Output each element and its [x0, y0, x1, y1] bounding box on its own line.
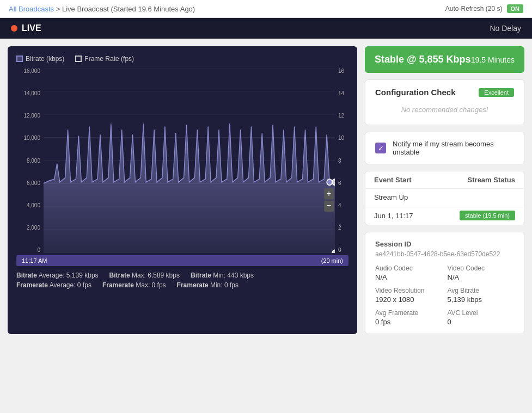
auto-refresh-label: Auto-Refresh (20 s): [445, 5, 503, 13]
avg-framerate-item: Avg Framerate 0 fps: [375, 309, 442, 326]
avg-framerate-value: 0 fps: [375, 318, 390, 326]
stream-event-2: Jun 1, 11:17: [374, 212, 413, 220]
time-range: (20 min): [321, 257, 343, 264]
audio-codec-item: Audio Codec N/A: [375, 264, 442, 281]
resolution-value: 1920 x 1080: [375, 295, 414, 304]
audio-codec-value: N/A: [375, 273, 387, 281]
codec-grid: Audio Codec N/A Video Codec N/A Video Re…: [375, 264, 514, 326]
avg-bitrate-item: Avg Bitrate 5,139 kbps: [448, 287, 515, 304]
framerate-legend-label: Frame Rate (fps): [84, 55, 134, 63]
audio-codec-label: Audio Codec: [375, 264, 442, 272]
y-axis-right: 16 14 12 10 8 6 4 2 0: [335, 68, 348, 253]
chart-legend: Bitrate (kbps) Frame Rate (fps): [16, 55, 348, 63]
stream-table-row-2: Jun 1, 11:17 stable (19.5 min): [365, 206, 524, 225]
bitrate-legend: Bitrate (kbps): [16, 55, 64, 63]
session-id-label: Session ID: [375, 240, 514, 248]
avg-bitrate-label: Avg Bitrate: [448, 287, 515, 294]
framerate-max-stat: Framerate Max: 0 fps: [102, 281, 166, 289]
breadcrumb: All Broadcasts > Live Broadcast (Started…: [9, 5, 195, 13]
framerate-avg-stat: Framerate Average: 0 fps: [16, 281, 91, 289]
live-indicator: LIVE: [11, 23, 41, 33]
stream-table-row-1: Stream Up: [365, 189, 524, 206]
resolution-label: Video Resolution: [375, 287, 442, 294]
stable-status-badge: stable (19.5 min): [460, 211, 515, 220]
breadcrumb-current: Live Broadcast (Started 19.6 Minutes Ago…: [62, 5, 195, 13]
stream-col-status: Stream Status: [468, 176, 515, 184]
session-card: Session ID ae4241bb-0547-4628-b5ee-63ed5…: [365, 232, 524, 334]
stream-table-header: Event Start Stream Status: [365, 171, 524, 189]
time-bar: 11:17 AM (20 min): [16, 255, 348, 266]
bitrate-max-stat: Bitrate Max: 6,589 kbps: [109, 272, 180, 279]
notify-card[interactable]: Notify me if my stream becomes unstable: [365, 132, 524, 164]
resolution-item: Video Resolution 1920 x 1080: [375, 287, 442, 304]
auto-refresh-toggle[interactable]: ON: [507, 4, 524, 13]
notify-checkbox[interactable]: [375, 143, 386, 153]
time-start: 11:17 AM: [22, 257, 47, 264]
chart-area: 16,000 14,000 12,000 10,000 8,000 6,000 …: [16, 68, 348, 253]
main-content: Bitrate (kbps) Frame Rate (fps) 16,000 1…: [0, 39, 532, 342]
avc-level-label: AVC Level: [448, 309, 515, 317]
live-bar: LIVE No Delay: [0, 18, 532, 39]
top-bar: All Broadcasts > Live Broadcast (Started…: [0, 0, 532, 18]
avg-bitrate-value: 5,139 kbps: [448, 295, 482, 304]
chart-panel: Bitrate (kbps) Frame Rate (fps) 16,000 1…: [8, 46, 357, 334]
bitrate-avg-stat: Bitrate Average: 5,139 kbps: [16, 272, 99, 279]
live-dot-icon: [11, 25, 17, 32]
no-changes-message: No recommended changes!: [375, 102, 514, 117]
avc-level-item: AVC Level 0: [448, 309, 515, 326]
y-axis-left: 16,000 14,000 12,000 10,000 8,000 6,000 …: [16, 68, 44, 253]
stable-time: 19.5 Minutes: [471, 56, 515, 64]
svg-point-13: [327, 179, 332, 185]
chart-stats: Bitrate Average: 5,139 kbps Bitrate Max:…: [16, 272, 348, 289]
framerate-legend-icon: [75, 56, 82, 62]
bitrate-legend-icon: [16, 56, 23, 62]
video-codec-label: Video Codec: [448, 264, 515, 272]
framerate-min-stat: Framerate Min: 0 fps: [177, 281, 239, 289]
video-codec-value: N/A: [448, 273, 460, 281]
config-check-card: Configuration Check Excellent No recomme…: [365, 79, 524, 125]
avg-framerate-label: Avg Framerate: [375, 309, 442, 317]
avc-level-value: 0: [448, 318, 451, 326]
bitrate-stats-row: Bitrate Average: 5,139 kbps Bitrate Max:…: [16, 272, 348, 279]
stream-table-card: Event Start Stream Status Stream Up Jun …: [365, 171, 524, 225]
bitrate-min-stat: Bitrate Min: 443 kbps: [191, 272, 254, 279]
stable-title: Stable @ 5,855 Kbps: [375, 54, 471, 65]
framerate-legend: Frame Rate (fps): [75, 55, 134, 63]
bitrate-legend-label: Bitrate (kbps): [26, 55, 64, 63]
framerate-stats-row: Framerate Average: 0 fps Framerate Max: …: [16, 281, 348, 289]
svg-point-14: [332, 179, 335, 185]
chart-svg[interactable]: + −: [44, 68, 335, 253]
auto-refresh-area: Auto-Refresh (20 s) ON: [445, 4, 523, 13]
live-label: LIVE: [22, 23, 41, 33]
config-title: Configuration Check: [375, 88, 456, 97]
breadcrumb-separator: >: [56, 5, 62, 13]
all-broadcasts-link[interactable]: All Broadcasts: [9, 5, 54, 13]
stream-event-1: Stream Up: [374, 193, 408, 201]
video-codec-item: Video Codec N/A: [448, 264, 515, 281]
svg-text:−: −: [327, 201, 331, 211]
stable-card: Stable @ 5,855 Kbps 19.5 Minutes: [365, 46, 524, 73]
notify-label: Notify me if my stream becomes unstable: [393, 140, 514, 156]
delay-label: No Delay: [490, 24, 521, 33]
svg-text:+: +: [327, 189, 331, 198]
excellent-badge: Excellent: [479, 88, 514, 97]
session-id-value: ae4241bb-0547-4628-b5ee-63ed570de522: [375, 250, 514, 258]
config-header: Configuration Check Excellent: [375, 88, 514, 97]
info-panel: Stable @ 5,855 Kbps 19.5 Minutes Configu…: [365, 46, 524, 334]
stream-col-event: Event Start: [374, 176, 412, 184]
